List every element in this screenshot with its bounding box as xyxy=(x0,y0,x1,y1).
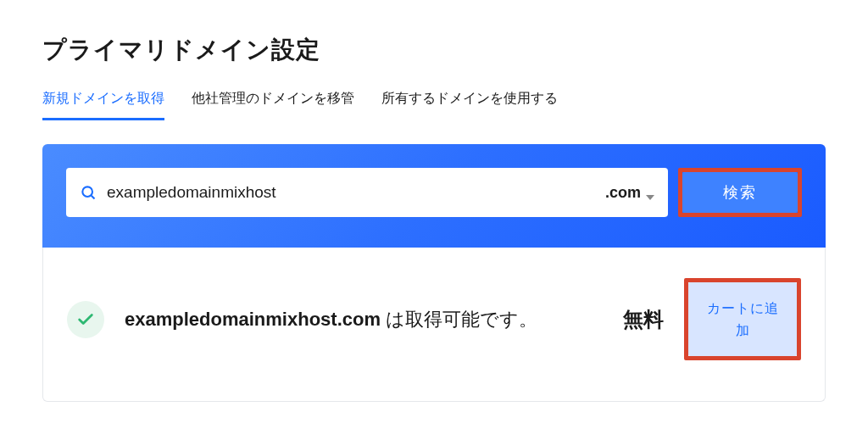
search-button-highlight: 検索 xyxy=(678,168,802,217)
tab-new-domain[interactable]: 新規ドメインを取得 xyxy=(42,90,164,120)
search-row: .com 検索 xyxy=(66,168,802,217)
add-to-cart-button[interactable]: カートに追加 xyxy=(688,282,797,356)
search-icon xyxy=(80,184,97,201)
svg-point-0 xyxy=(82,187,92,197)
result-suffix: は取得可能です。 xyxy=(381,309,537,330)
tab-own-domain[interactable]: 所有するドメインを使用する xyxy=(381,90,558,120)
domain-search-input[interactable] xyxy=(107,183,595,202)
tabs: 新規ドメインを取得 他社管理のドメインを移管 所有するドメインを使用する xyxy=(42,90,826,120)
search-panel: .com 検索 xyxy=(42,144,826,248)
price-label: 無料 xyxy=(623,306,664,333)
search-box: .com xyxy=(66,168,668,217)
svg-line-1 xyxy=(92,196,95,199)
caret-down-icon xyxy=(646,188,654,197)
search-button[interactable]: 検索 xyxy=(682,172,798,213)
tab-transfer-domain[interactable]: 他社管理のドメインを移管 xyxy=(192,90,354,120)
tld-select[interactable]: .com xyxy=(605,184,654,202)
result-panel: exampledomainmixhost.com は取得可能です。 無料 カート… xyxy=(42,248,826,402)
cart-button-highlight: カートに追加 xyxy=(684,278,801,360)
page-title: プライマリドメイン設定 xyxy=(42,34,826,66)
result-text: exampledomainmixhost.com は取得可能です。 xyxy=(125,305,603,334)
result-domain: exampledomainmixhost.com xyxy=(125,309,381,330)
available-badge xyxy=(67,301,104,338)
tld-label: .com xyxy=(605,184,641,202)
pointer-arrow xyxy=(85,248,102,256)
check-icon xyxy=(76,310,95,329)
